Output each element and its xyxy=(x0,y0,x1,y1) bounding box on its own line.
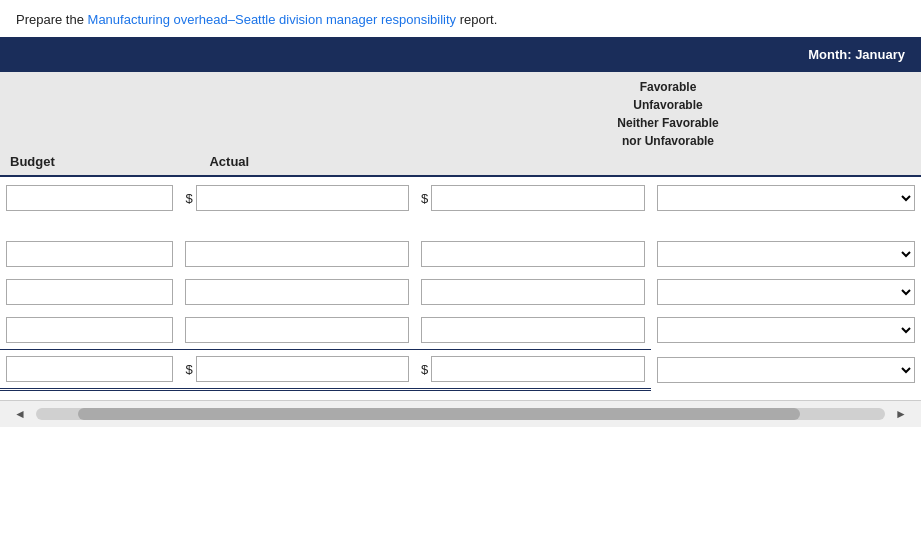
table-row-total: $ $ Favorable Unfavorable Neither xyxy=(0,350,921,390)
budget-input-total[interactable] xyxy=(6,356,173,382)
spacer-row-1 xyxy=(0,219,921,235)
scrollbar-track[interactable] xyxy=(36,408,885,420)
month-label: Month: January xyxy=(808,47,905,62)
scroll-left-arrow[interactable]: ◄ xyxy=(10,407,30,421)
subheader-row: Favorable Unfavorable Neither Favorable … xyxy=(0,72,921,150)
report-table: Favorable Unfavorable Neither Favorable … xyxy=(0,72,921,400)
nor-unfavorable-label: nor Unfavorable xyxy=(419,132,917,150)
favorable-select-2[interactable]: Favorable Unfavorable Neither Favorable … xyxy=(657,241,915,267)
dollar-sign-2: $ xyxy=(421,191,428,206)
actual-input-3[interactable] xyxy=(185,279,409,305)
table-wrapper: Favorable Unfavorable Neither Favorable … xyxy=(0,72,921,400)
table-row: $ $ Favorable Unfavorable Neither xyxy=(0,176,921,219)
header-bar: Month: January xyxy=(0,37,921,72)
dollar-sign-total-1: $ xyxy=(185,362,192,377)
neither-favorable-label: Neither Favorable xyxy=(419,114,917,132)
actual-input-1[interactable] xyxy=(196,185,409,211)
favorable-select-1[interactable]: Favorable Unfavorable Neither Favorable … xyxy=(657,185,915,211)
scroll-right-arrow[interactable]: ► xyxy=(891,407,911,421)
favorable-select-3[interactable]: Favorable Unfavorable Neither Favorable … xyxy=(657,279,915,305)
scrollbar-thumb[interactable] xyxy=(78,408,800,420)
table-row: Favorable Unfavorable Neither Favorable … xyxy=(0,235,921,273)
budget-input-3[interactable] xyxy=(6,279,173,305)
variance-input-1[interactable] xyxy=(431,185,644,211)
intro-text: Prepare the Manufacturing overhead–Seatt… xyxy=(0,0,921,37)
variance-input-2[interactable] xyxy=(421,241,645,267)
variance-input-total[interactable] xyxy=(431,356,644,382)
variance-input-3[interactable] xyxy=(421,279,645,305)
bottom-spacer xyxy=(0,390,921,400)
table-row: Favorable Unfavorable Neither Favorable … xyxy=(0,273,921,311)
actual-header: Actual xyxy=(209,154,249,169)
column-header-row: Budget Actual xyxy=(0,150,921,176)
report-link[interactable]: Manufacturing overhead–Seattle division … xyxy=(88,12,457,27)
dollar-sign-total-2: $ xyxy=(421,362,428,377)
budget-input-2[interactable] xyxy=(6,241,173,267)
variance-input-4[interactable] xyxy=(421,317,645,343)
horizontal-scrollbar[interactable]: ◄ ► xyxy=(0,400,921,427)
actual-input-total[interactable] xyxy=(196,356,409,382)
favorable-select-4[interactable]: Favorable Unfavorable Neither Favorable … xyxy=(657,317,915,343)
budget-input-1[interactable] xyxy=(6,185,173,211)
table-row: Favorable Unfavorable Neither Favorable … xyxy=(0,311,921,350)
actual-input-4[interactable] xyxy=(185,317,409,343)
actual-input-2[interactable] xyxy=(185,241,409,267)
favorable-select-total[interactable]: Favorable Unfavorable Neither Favorable … xyxy=(657,357,915,383)
favorable-label: Favorable xyxy=(419,78,917,96)
budget-input-4[interactable] xyxy=(6,317,173,343)
budget-header: Budget xyxy=(10,154,55,169)
dollar-sign-1: $ xyxy=(185,191,192,206)
unfavorable-label: Unfavorable xyxy=(419,96,917,114)
